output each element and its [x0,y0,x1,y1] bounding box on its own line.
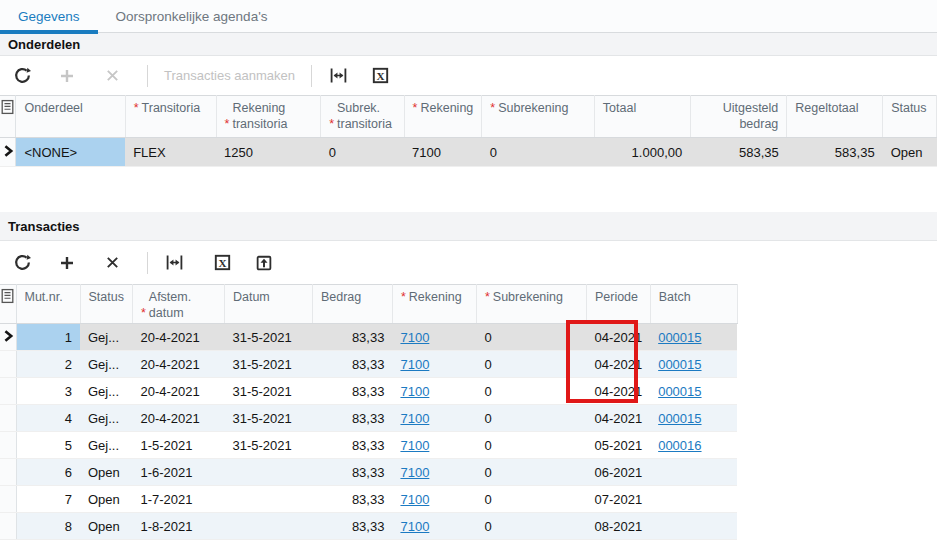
cell-rekening[interactable]: 7100 [392,432,476,459]
cell-afstem_datum[interactable]: 20-4-2021 [132,351,224,378]
cell-datum[interactable] [224,459,312,486]
cell-mutnr[interactable]: 3 [16,378,80,405]
tab-oorspronkelijke-agendas[interactable]: Oorspronkelijke agenda's [98,0,286,32]
cell-subrekening[interactable]: 0 [476,432,586,459]
column-header-status[interactable]: Status [80,285,132,324]
cell-afstem_datum[interactable]: 20-4-2021 [132,405,224,432]
cell-batch[interactable]: 000015 [650,324,737,351]
cell-status[interactable]: Open [80,459,132,486]
cell-rekening[interactable]: 7100 [392,459,476,486]
cell-datum[interactable] [224,513,312,540]
excel-export-button[interactable]: X [212,253,232,273]
cell-bedrag[interactable]: 83,33 [312,513,392,540]
rekening-link[interactable]: 7100 [400,411,429,426]
cell-subrekening[interactable]: 0 [476,486,586,513]
refresh-button[interactable] [12,66,32,86]
cell-uitgesteld_bedrag[interactable]: 583,35 [690,138,787,167]
column-header-subrekening[interactable]: *Subrekening [476,285,586,324]
upload-button[interactable] [254,253,274,273]
cell-mutnr[interactable]: 2 [16,351,80,378]
delete-button[interactable] [102,253,122,273]
cell-batch[interactable] [650,486,737,513]
cell-rekening[interactable]: 7100 [392,378,476,405]
tab-gegevens[interactable]: Gegevens [0,0,98,32]
row-selector[interactable] [0,432,16,459]
cell-datum[interactable]: 31-5-2021 [224,324,312,351]
cell-rekening[interactable]: 7100 [392,324,476,351]
batch-link[interactable]: 000015 [658,384,701,399]
column-header-status[interactable]: Status [883,96,937,138]
cell-bedrag[interactable]: 83,33 [312,459,392,486]
column-header-uitgesteld_bedrag[interactable]: Uitgesteld bedrag [690,96,787,138]
cell-status[interactable]: Open [883,138,937,167]
cell-datum[interactable] [224,486,312,513]
cell-status[interactable]: Open [80,486,132,513]
cell-bedrag[interactable]: 83,33 [312,405,392,432]
cell-mutnr[interactable]: 8 [16,513,80,540]
cell-subrekening[interactable]: 0 [476,324,586,351]
cell-subrekening[interactable]: 0 [476,459,586,486]
cell-periode[interactable]: 08-2021 [586,513,650,540]
cell-batch[interactable] [650,459,737,486]
column-header-onderdeel[interactable]: Onderdeel [16,96,125,138]
batch-link[interactable]: 000016 [658,438,701,453]
cell-transitoria[interactable]: FLEX [125,138,216,167]
column-header-transitoria[interactable]: *Transitoria [125,96,216,138]
cell-rekening[interactable]: 7100 [404,138,482,167]
refresh-button[interactable] [12,253,32,273]
cell-status[interactable]: Gej... [80,378,132,405]
cell-mutnr[interactable]: 5 [16,432,80,459]
column-header-regeltotaal[interactable]: Regeltotaal [787,96,883,138]
batch-link[interactable]: 000015 [658,411,701,426]
rekening-link[interactable]: 7100 [400,492,429,507]
cell-bedrag[interactable]: 83,33 [312,378,392,405]
excel-export-button[interactable]: X [370,66,390,86]
cell-regeltotaal[interactable]: 583,35 [787,138,883,167]
column-header-totaal[interactable]: Totaal [594,96,690,138]
add-button[interactable] [57,66,77,86]
cell-bedrag[interactable]: 83,33 [312,351,392,378]
cell-batch[interactable] [650,513,737,540]
cell-rekening_transitoria[interactable]: 1250 [216,138,321,167]
delete-button[interactable] [102,66,122,86]
cell-mutnr[interactable]: 4 [16,405,80,432]
cell-datum[interactable]: 31-5-2021 [224,351,312,378]
cell-batch[interactable]: 000015 [650,378,737,405]
column-header-subrekening[interactable]: *Subrekening [482,96,595,138]
cell-afstem_datum[interactable]: 20-4-2021 [132,378,224,405]
rekening-link[interactable]: 7100 [400,519,429,534]
rekening-link[interactable]: 7100 [400,438,429,453]
cell-rekening[interactable]: 7100 [392,513,476,540]
cell-batch[interactable]: 000015 [650,351,737,378]
batch-link[interactable]: 000015 [658,330,701,345]
column-header-afstem_datum[interactable]: *Afstem. datum [132,285,224,324]
cell-periode[interactable]: 04-2021 [586,351,650,378]
row-selector[interactable] [0,486,16,513]
rekening-link[interactable]: 7100 [400,384,429,399]
cell-datum[interactable]: 31-5-2021 [224,378,312,405]
column-header-rekening_transitoria[interactable]: *Rekening transitoria [216,96,321,138]
cell-bedrag[interactable]: 83,33 [312,432,392,459]
row-selector[interactable] [0,351,16,378]
cell-periode[interactable]: 04-2021 [586,378,650,405]
row-selector[interactable] [0,378,16,405]
cell-periode[interactable]: 05-2021 [586,432,650,459]
column-header-subrek_transitoria[interactable]: *Subrek. transitoria [321,96,404,138]
row-selector[interactable] [0,405,16,432]
cell-mutnr[interactable]: 1 [16,324,80,351]
cell-rekening[interactable]: 7100 [392,351,476,378]
cell-mutnr[interactable]: 7 [16,486,80,513]
cell-status[interactable]: Gej... [80,351,132,378]
cell-subrekening[interactable]: 0 [476,405,586,432]
cell-periode[interactable]: 07-2021 [586,486,650,513]
column-header-periode[interactable]: Periode [586,285,650,324]
cell-afstem_datum[interactable]: 1-6-2021 [132,459,224,486]
cell-batch[interactable]: 000015 [650,405,737,432]
fit-width-button[interactable] [328,66,348,86]
rekening-link[interactable]: 7100 [400,357,429,372]
add-button[interactable] [57,253,77,273]
row-selector[interactable] [0,513,16,540]
cell-subrekening[interactable]: 0 [476,513,586,540]
cell-afstem_datum[interactable]: 1-8-2021 [132,513,224,540]
cell-bedrag[interactable]: 83,33 [312,486,392,513]
